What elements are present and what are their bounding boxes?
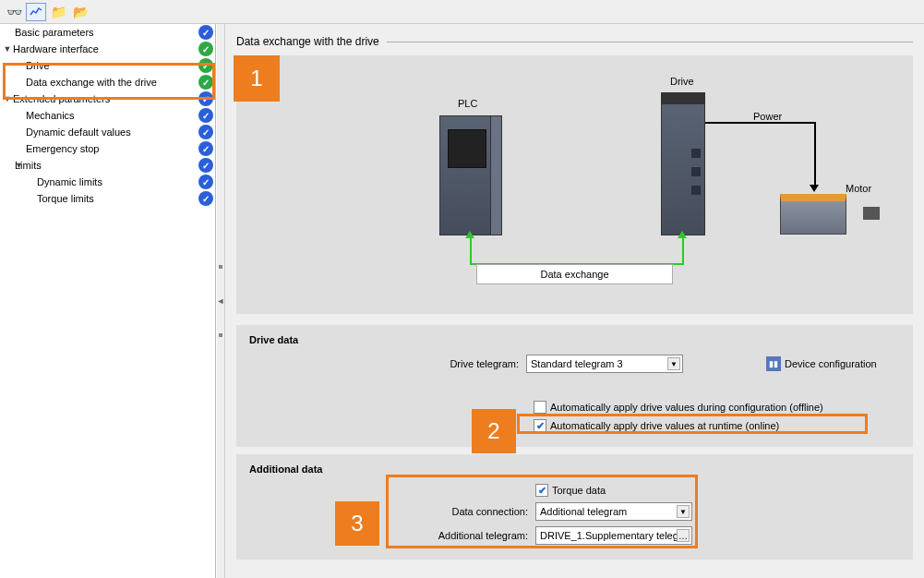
toolbar: 👓 📁 📂	[0, 0, 924, 24]
check-icon: ✓	[198, 58, 213, 73]
callout-1: 1	[234, 55, 280, 102]
tree-panel: Basic parameters✓ ▼Hardware interface✓ D…	[0, 24, 216, 578]
toolbar-icon-glasses[interactable]: 👓	[4, 3, 24, 21]
plc-graphic	[439, 115, 502, 235]
check-icon: ✓	[198, 141, 213, 156]
drive-data-heading: Drive data	[249, 334, 900, 345]
check-icon: ✓	[198, 108, 213, 123]
check-icon: ✓	[198, 75, 213, 90]
tree-item-dynamic-limits[interactable]: Dynamic limits✓	[0, 174, 215, 190]
drive-data-section: Drive data Drive telegram: Standard tele…	[236, 325, 913, 447]
chevron-down-icon: ▼	[2, 94, 13, 103]
power-label: Power	[753, 111, 782, 122]
telegram-label: Drive telegram:	[249, 358, 526, 369]
chevron-down-icon: ▼	[2, 161, 15, 170]
tree-item-hardware-interface[interactable]: ▼Hardware interface✓	[0, 41, 215, 57]
main-area: Basic parameters✓ ▼Hardware interface✓ D…	[0, 24, 924, 578]
callout-3: 3	[335, 501, 379, 546]
section-title-row: Data exchange with the drive	[236, 35, 913, 48]
plc-label: PLC	[458, 98, 477, 109]
diagram-box: PLC Drive Power Motor	[236, 55, 913, 314]
online-label: Automatically apply drive values at runt…	[550, 420, 779, 431]
check-icon: ✓	[198, 175, 213, 189]
check-icon: ✓	[198, 91, 213, 106]
page-title: Data exchange with the drive	[236, 35, 379, 48]
checkbox-online[interactable]	[534, 419, 546, 432]
tree-item-emergency-stop[interactable]: Emergency stop✓	[0, 140, 215, 157]
check-icon: ✓	[198, 158, 213, 173]
additional-data-heading: Additional data	[249, 464, 900, 475]
drive-label: Drive	[670, 76, 694, 87]
check-icon: ✓	[198, 191, 213, 206]
telegram-dropdown[interactable]: Standard telegram 3 ▼	[526, 355, 683, 373]
motor-graphic	[780, 194, 863, 246]
tree-item-mechanics[interactable]: Mechanics✓	[0, 107, 215, 124]
content-panel: Data exchange with the drive PLC Drive P…	[225, 24, 924, 578]
chevron-down-icon: ▼	[2, 44, 13, 54]
device-config-icon: ▮▮	[766, 356, 781, 371]
connection-dropdown[interactable]: Additional telegram ▼	[535, 502, 692, 521]
toolbar-icon-chart[interactable]	[26, 3, 46, 21]
callout-2: 2	[472, 409, 516, 453]
motor-label: Motor	[846, 183, 871, 194]
tree-item-drive[interactable]: Drive✓	[0, 57, 215, 74]
check-icon: ✓	[198, 42, 213, 56]
tree-item-torque-limits[interactable]: Torque limits✓	[0, 190, 215, 207]
ellipsis-icon: …	[677, 529, 690, 542]
tree-item-dynamic-defaults[interactable]: Dynamic default values✓	[0, 124, 215, 140]
chevron-down-icon: ▼	[677, 505, 690, 518]
tree-item-data-exchange[interactable]: Data exchange with the drive✓	[0, 74, 215, 90]
toolbar-icon-folder2[interactable]: 📂	[70, 3, 90, 21]
drive-graphic	[661, 92, 705, 235]
checkbox-torque[interactable]	[535, 484, 548, 497]
tree-item-extended-parameters[interactable]: ▼Extended parameters✓	[0, 90, 215, 107]
tree-item-limits[interactable]: ▼Limits✓	[0, 157, 215, 174]
exchange-label: Data exchange	[476, 264, 673, 284]
splitter[interactable]: ◄	[216, 24, 225, 578]
toolbar-icon-folder1[interactable]: 📁	[48, 3, 68, 21]
check-icon: ✓	[198, 25, 213, 40]
offline-label: Automatically apply drive values during …	[550, 402, 823, 413]
torque-label: Torque data	[552, 485, 606, 496]
tree-item-basic-parameters[interactable]: Basic parameters✓	[0, 24, 215, 41]
checkbox-offline[interactable]	[534, 401, 546, 414]
check-icon: ✓	[198, 125, 213, 139]
device-configuration-link[interactable]: ▮▮ Device configuration	[766, 356, 877, 371]
add-telegram-dropdown[interactable]: DRIVE_1.Supplementary telegr …	[535, 526, 692, 545]
chevron-down-icon: ▼	[667, 357, 680, 370]
